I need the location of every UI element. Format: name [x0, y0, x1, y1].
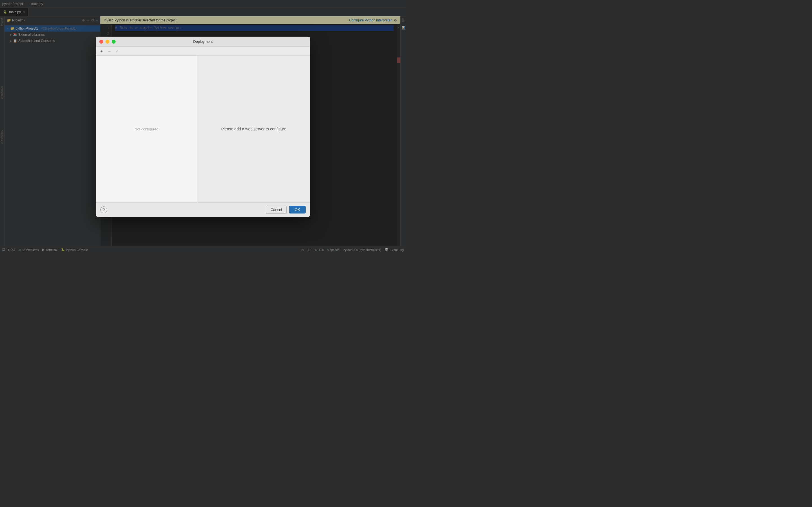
apply-button[interactable]: ✓ — [114, 48, 121, 55]
dialog-traffic-lights — [99, 40, 116, 44]
dialog-footer: ? Cancel OK — [96, 202, 310, 217]
dialog-titlebar: Deployment — [96, 37, 310, 47]
help-button[interactable]: ? — [100, 207, 107, 213]
add-server-button[interactable]: + — [98, 48, 105, 55]
modal-overlay: Deployment + − ✓ Not configured Please a… — [0, 0, 406, 253]
remove-server-button[interactable]: − — [106, 48, 113, 55]
deployment-dialog: Deployment + − ✓ Not configured Please a… — [96, 37, 310, 217]
dialog-close-button[interactable] — [99, 40, 103, 44]
add-server-hint: Please add a web server to configure — [221, 127, 286, 131]
dialog-maximize-button[interactable] — [112, 40, 116, 44]
dialog-server-list: Not configured — [96, 56, 197, 202]
not-configured-label: Not configured — [135, 127, 158, 131]
dialog-config-area: Please add a web server to configure — [197, 56, 310, 202]
dialog-minimize-button[interactable] — [105, 40, 109, 44]
dialog-title: Deployment — [193, 40, 213, 44]
dialog-body: Not configured Please add a web server t… — [96, 56, 310, 202]
dialog-toolbar: + − ✓ — [96, 47, 310, 56]
ok-button[interactable]: OK — [289, 206, 306, 214]
cancel-button[interactable]: Cancel — [266, 206, 287, 214]
